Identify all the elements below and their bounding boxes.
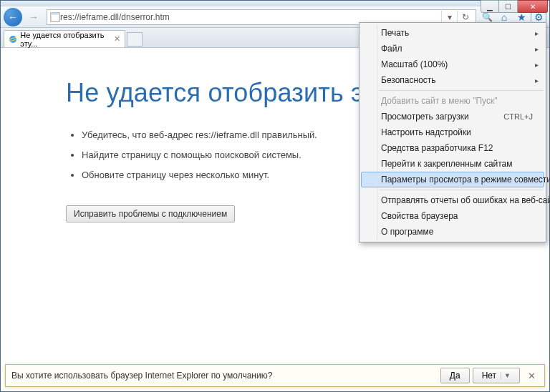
window-buttons <box>481 0 548 13</box>
submenu-arrow-icon: ▸ <box>535 61 539 69</box>
minimize-button[interactable] <box>481 0 499 13</box>
menu-safety[interactable]: Безопасность▸ <box>361 72 544 88</box>
menu-downloads[interactable]: Просмотреть загрузкиCTRL+J <box>361 109 544 124</box>
dropdown-arrow-icon[interactable]: ▼ <box>501 372 511 379</box>
new-tab-button[interactable] <box>127 32 143 46</box>
submenu-arrow-icon: ▸ <box>535 77 539 84</box>
shortcut-label: CTRL+J <box>503 112 533 121</box>
menu-zoom[interactable]: Масштаб (100%)▸ <box>361 57 544 72</box>
tab-active[interactable]: Не удается отобразить эту... ✕ <box>4 30 125 47</box>
menu-about[interactable]: О программе <box>361 224 544 240</box>
menu-add-to-start: Добавить сайт в меню "Пуск" <box>361 93 544 109</box>
tools-menu: Печать▸ Файл▸ Масштаб (100%)▸ Безопаснос… <box>359 22 546 242</box>
notification-text: Вы хотите использовать браузер Internet … <box>11 371 272 381</box>
submenu-arrow-icon: ▸ <box>535 45 539 53</box>
titlebar <box>1 1 549 6</box>
tab-close-button[interactable]: ✕ <box>114 34 120 44</box>
no-button[interactable]: Нет▼ <box>473 368 520 383</box>
menu-report-problems[interactable]: Отправлять отчеты об ошибках на веб-сайт… <box>361 192 544 208</box>
svg-rect-1 <box>51 12 59 14</box>
browser-window: ← → res://ieframe.dll/dnserror.htm ▾ ↻ 🔍… <box>0 0 550 392</box>
fix-connection-button[interactable]: Исправить проблемы с подключением <box>66 205 235 222</box>
notification-close-button[interactable]: ✕ <box>524 371 539 381</box>
menu-print[interactable]: Печать▸ <box>361 25 544 41</box>
submenu-arrow-icon: ▸ <box>535 29 539 37</box>
forward-button[interactable]: → <box>24 9 44 26</box>
back-button[interactable]: ← <box>4 8 22 26</box>
tab-title: Не удается отобразить эту... <box>20 31 111 48</box>
menu-dev-tools[interactable]: Средства разработчика F12 <box>361 140 544 156</box>
address-text: res://ieframe.dll/dnserror.htm <box>60 12 170 22</box>
menu-compat-view-settings[interactable]: Параметры просмотра в режиме совместимос… <box>361 172 544 187</box>
yes-button[interactable]: Да <box>440 368 470 383</box>
menu-manage-addons[interactable]: Настроить надстройки <box>361 124 544 140</box>
menu-internet-options[interactable]: Свойства браузера <box>361 208 544 224</box>
window-close-button[interactable] <box>518 0 548 13</box>
menu-pinned-sites[interactable]: Перейти к закрепленным сайтам <box>361 156 544 172</box>
maximize-button[interactable] <box>499 0 518 13</box>
page-icon <box>50 12 60 22</box>
ie-icon <box>9 34 17 44</box>
menu-file[interactable]: Файл▸ <box>361 41 544 57</box>
notification-bar: Вы хотите использовать браузер Internet … <box>5 364 545 387</box>
